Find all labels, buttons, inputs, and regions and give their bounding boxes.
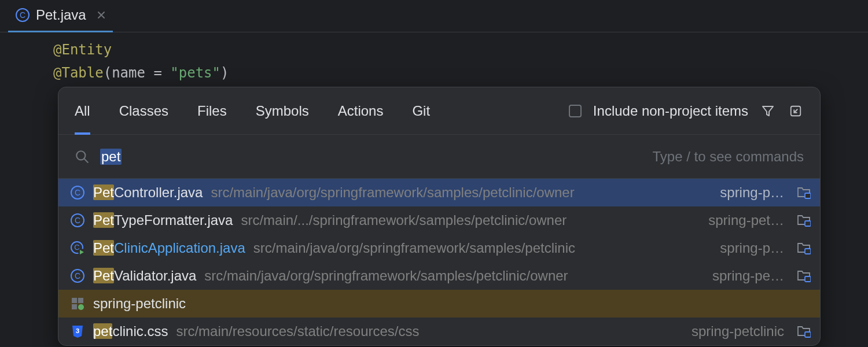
search-everywhere-popup: All Classes Files Symbols Actions Git In… <box>58 87 821 346</box>
css-icon: 3 <box>70 324 85 339</box>
result-module: spring-petclinic <box>692 323 784 339</box>
class-icon: C <box>15 8 30 23</box>
svg-rect-17 <box>72 298 77 303</box>
result-module: spring-p… <box>720 240 784 256</box>
result-path: src/main/.../springframework/samples/pet… <box>241 212 694 228</box>
svg-rect-6 <box>805 193 811 198</box>
result-row[interactable]: CPetClinicApplication.java src/main/java… <box>58 234 820 262</box>
svg-rect-9 <box>805 221 811 226</box>
class-icon: C <box>70 268 85 283</box>
project-icon <box>70 296 85 311</box>
tab-filename: Pet.java <box>36 7 86 23</box>
class-run-icon: C <box>70 241 85 256</box>
result-module: spring-pet… <box>708 212 784 228</box>
include-non-project-label: Include non-project items <box>593 103 748 119</box>
result-row[interactable]: spring-petclinic <box>58 290 820 318</box>
svg-text:C: C <box>20 10 25 20</box>
result-row[interactable]: CPetController.java src/main/java/org/sp… <box>58 179 820 206</box>
result-path: src/main/resources/static/resources/css <box>176 323 678 339</box>
svg-rect-18 <box>78 298 83 303</box>
popup-tab-bar: All Classes Files Symbols Actions Git In… <box>58 87 820 135</box>
tab-files[interactable]: Files <box>197 87 227 135</box>
svg-text:C: C <box>75 188 80 197</box>
code-annotation: @Table <box>53 65 104 81</box>
open-folder-icon[interactable] <box>797 324 812 339</box>
open-folder-icon[interactable] <box>797 213 812 228</box>
result-row[interactable]: CPetTypeFormatter.java src/main/.../spri… <box>58 206 820 234</box>
svg-rect-19 <box>72 304 77 309</box>
svg-text:3: 3 <box>76 327 79 334</box>
result-name: spring-petclinic <box>93 296 186 312</box>
result-path: src/main/java/org/springframework/sample… <box>211 184 706 201</box>
tab-classes[interactable]: Classes <box>119 87 168 135</box>
result-module: spring-pe… <box>712 268 784 284</box>
result-name: PetController.java <box>93 184 203 201</box>
result-name: PetTypeFormatter.java <box>93 212 233 228</box>
result-path: src/main/java/org/springframework/sample… <box>253 240 706 256</box>
svg-text:C: C <box>75 271 80 280</box>
close-icon[interactable] <box>97 10 106 20</box>
results-list: CPetController.java src/main/java/org/sp… <box>58 179 820 345</box>
open-in-tool-window-icon[interactable] <box>788 103 804 119</box>
tab-actions[interactable]: Actions <box>338 87 384 135</box>
code-editor[interactable]: @Entity @Table(name = "pets") <box>0 32 868 84</box>
editor-tab[interactable]: C Pet.java <box>8 0 113 32</box>
tab-git[interactable]: Git <box>412 87 430 135</box>
svg-text:C: C <box>75 216 80 225</box>
result-module: spring-p… <box>720 184 784 201</box>
result-row[interactable]: 3petclinic.css src/main/resources/static… <box>58 318 820 345</box>
svg-rect-13 <box>805 249 811 254</box>
tab-symbols[interactable]: Symbols <box>256 87 309 135</box>
code-annotation: @Entity <box>53 42 112 58</box>
result-path: src/main/java/org/springframework/sample… <box>204 268 698 284</box>
result-name: petclinic.css <box>93 323 168 339</box>
tab-all[interactable]: All <box>75 87 90 135</box>
svg-rect-22 <box>805 332 811 337</box>
open-folder-icon[interactable] <box>797 185 812 200</box>
search-icon <box>75 149 90 164</box>
search-row: pet Type / to see commands <box>58 135 820 179</box>
search-hint: Type / to see commands <box>653 149 804 165</box>
filter-icon[interactable] <box>760 103 776 119</box>
svg-point-20 <box>78 304 84 310</box>
result-name: PetClinicApplication.java <box>93 240 245 256</box>
search-input[interactable]: pet <box>100 149 122 165</box>
open-folder-icon[interactable] <box>797 268 812 283</box>
svg-rect-16 <box>805 276 811 282</box>
class-icon: C <box>70 185 85 200</box>
open-folder-icon[interactable] <box>797 241 812 256</box>
result-name: PetValidator.java <box>93 268 196 284</box>
result-row[interactable]: CPetValidator.java src/main/java/org/spr… <box>58 262 820 290</box>
editor-tab-bar: C Pet.java <box>0 0 868 32</box>
include-non-project-checkbox[interactable] <box>569 105 582 117</box>
class-icon: C <box>70 213 85 228</box>
